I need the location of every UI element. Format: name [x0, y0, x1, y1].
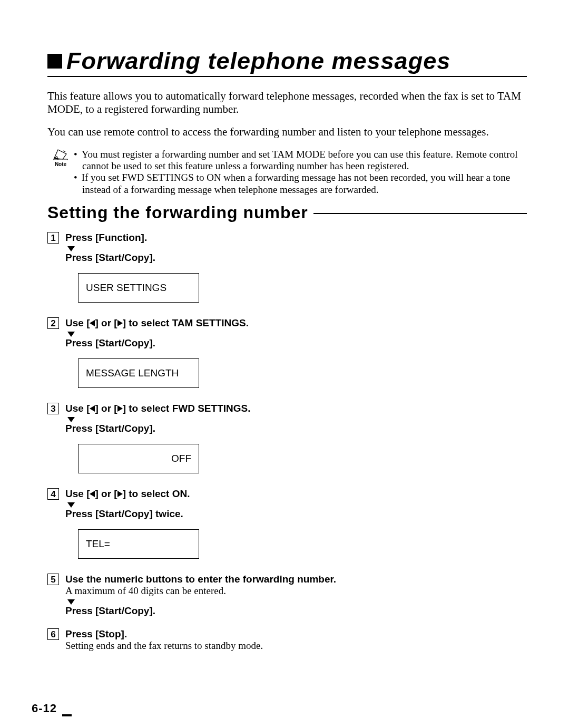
step-4-sub: Press [Start/Copy] twice. — [65, 508, 527, 520]
note-block: Note You must register a forwarding numb… — [47, 149, 527, 196]
step-1-sub: Press [Start/Copy]. — [65, 252, 527, 264]
step-5-sub: Press [Start/Copy]. — [65, 605, 527, 617]
pencil-icon — [53, 149, 68, 160]
left-arrow-icon — [90, 320, 95, 326]
step-4: 4 Use [] or [] to select ON. Press [Star… — [47, 488, 527, 571]
title-bullet-square — [47, 54, 62, 69]
step-3-post: ] to select FWD SETTINGS. — [123, 403, 251, 414]
step-2-head: Use [] or [] to select TAM SETTINGS. — [65, 317, 527, 329]
down-arrow-icon — [65, 414, 527, 423]
display-message-length: MESSAGE LENGTH — [78, 358, 199, 388]
step-3: 3 Use [] or [] to select FWD SETTINGS. P… — [47, 403, 527, 486]
step-number-2: 2 — [47, 317, 59, 329]
step-1-head: Press [Function]. — [65, 232, 527, 244]
right-arrow-icon — [117, 491, 123, 497]
page-number-text: 6-12 — [32, 702, 57, 715]
step-number-4: 4 — [47, 488, 59, 500]
note-icon: Note — [47, 149, 74, 167]
display-user-settings: USER SETTINGS — [78, 273, 199, 303]
note-item-0: You must register a forwarding number an… — [74, 149, 527, 172]
step-5: 5 Use the numeric buttons to enter the f… — [47, 574, 527, 617]
step-5-head: Use the numeric buttons to enter the for… — [65, 574, 527, 585]
left-arrow-icon — [90, 405, 95, 412]
section-heading: Setting the forwarding number — [47, 203, 527, 222]
left-arrow-icon — [90, 491, 95, 497]
step-1: 1 Press [Function]. Press [Start/Copy]. … — [47, 232, 527, 315]
step-2: 2 Use [] or [] to select TAM SETTINGS. P… — [47, 317, 527, 401]
down-arrow-icon — [65, 244, 527, 252]
step-4-head: Use [] or [] to select ON. — [65, 488, 527, 500]
right-arrow-icon — [117, 405, 123, 412]
down-arrow-icon — [65, 329, 527, 337]
note-label: Note — [47, 161, 74, 167]
step-number-3: 3 — [47, 403, 59, 414]
step-6: 6 Press [Stop]. Setting ends and the fax… — [47, 628, 527, 652]
step-4-mid: ] or [ — [95, 488, 117, 499]
step-2-post: ] to select TAM SETTINGS. — [123, 317, 249, 328]
down-arrow-icon — [65, 597, 527, 605]
heading-underline — [313, 213, 527, 214]
step-number-5: 5 — [47, 574, 59, 585]
step-4-post: ] to select ON. — [123, 488, 190, 499]
step-number-6: 6 — [47, 628, 59, 640]
step-2-mid: ] or [ — [95, 317, 117, 328]
display-tel: TEL= — [78, 529, 199, 559]
step-3-sub: Press [Start/Copy]. — [65, 423, 527, 434]
main-title-wrap: Forwarding telephone messages — [47, 47, 527, 77]
step-3-mid: ] or [ — [95, 403, 117, 414]
right-arrow-icon — [117, 320, 123, 326]
section-heading-text: Setting the forwarding number — [47, 203, 308, 222]
note-list: You must register a forwarding number an… — [74, 149, 527, 196]
step-4-pre: Use [ — [65, 488, 90, 499]
step-5-note: A maximum of 40 digits can be entered. — [65, 585, 527, 597]
step-6-head: Press [Stop]. — [65, 628, 527, 640]
step-2-pre: Use [ — [65, 317, 90, 328]
main-title: Forwarding telephone messages — [66, 47, 450, 75]
intro-paragraph-1: This feature allows you to automatically… — [47, 90, 527, 116]
display-off: OFF — [78, 444, 199, 473]
step-6-note: Setting ends and the fax returns to stan… — [65, 640, 527, 652]
page-number-tick — [62, 714, 72, 716]
page-number: 6-12 — [32, 702, 57, 715]
intro-paragraph-2: You can use remote control to access the… — [47, 125, 527, 139]
down-arrow-icon — [65, 500, 527, 508]
step-2-sub: Press [Start/Copy]. — [65, 337, 527, 349]
note-item-1: If you set FWD SETTINGS to ON when a for… — [74, 172, 527, 196]
step-number-1: 1 — [47, 232, 59, 244]
step-3-head: Use [] or [] to select FWD SETTINGS. — [65, 403, 527, 414]
step-3-pre: Use [ — [65, 403, 90, 414]
